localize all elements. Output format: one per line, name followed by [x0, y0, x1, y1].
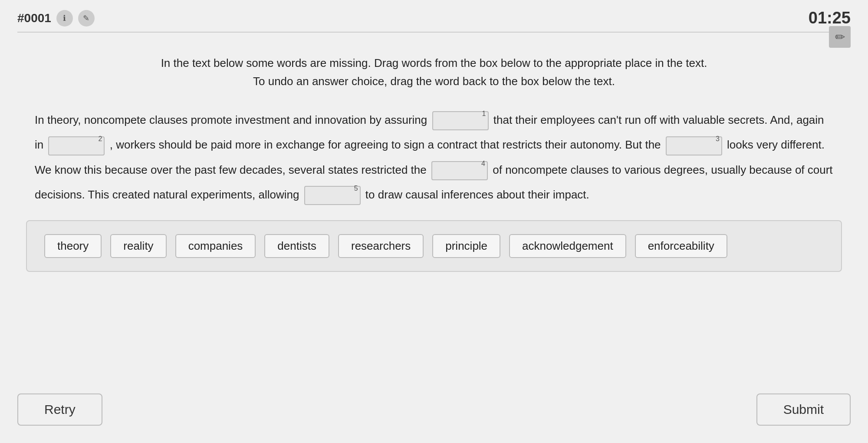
instructions: In the text below some words are missing…	[87, 54, 781, 90]
word-chip-acknowledgement[interactable]: acknowledgement	[509, 234, 626, 258]
blank-3-number: 3	[716, 131, 720, 146]
info-button[interactable]: ℹ	[56, 10, 73, 26]
header: #0001 ℹ ✎ 01:25	[0, 0, 868, 32]
blank-3[interactable]: 3	[666, 136, 722, 155]
passage-prefix: In theory, noncompete clauses promote in…	[35, 113, 427, 126]
word-chip-researchers[interactable]: researchers	[338, 234, 424, 258]
word-bank: theory reality companies dentists resear…	[26, 220, 842, 272]
word-chip-reality[interactable]: reality	[110, 234, 166, 258]
instruction-line1: In the text below some words are missing…	[87, 54, 781, 73]
header-divider	[17, 32, 851, 33]
passage-part3: , workers should be paid more in exchang…	[110, 138, 661, 151]
info-icon: ℹ	[63, 13, 66, 23]
pencil-icon-container: ✏	[829, 26, 851, 48]
edit-icon: ✎	[83, 13, 89, 23]
blank-5[interactable]: 5	[304, 186, 361, 205]
instruction-line2: To undo an answer choice, drag the word …	[87, 73, 781, 91]
header-left: #0001 ℹ ✎	[17, 10, 95, 26]
question-id: #0001	[17, 11, 51, 25]
timer: 01:25	[809, 9, 851, 27]
word-chip-enforceability[interactable]: enforceability	[635, 234, 727, 258]
word-chip-theory[interactable]: theory	[44, 234, 102, 258]
blank-4-number: 4	[481, 156, 485, 171]
pencil-icon: ✏	[829, 26, 851, 48]
submit-button[interactable]: Submit	[756, 393, 851, 426]
blank-2[interactable]: 2	[48, 136, 105, 155]
blank-1[interactable]: 1	[432, 111, 489, 130]
edit-button[interactable]: ✎	[78, 10, 95, 26]
blank-5-number: 5	[354, 181, 358, 196]
word-chip-dentists[interactable]: dentists	[264, 234, 329, 258]
blank-1-number: 1	[482, 106, 486, 121]
word-chip-companies[interactable]: companies	[175, 234, 256, 258]
passage-part6: to draw causal inferences about their im…	[365, 188, 589, 201]
word-chip-principle[interactable]: principle	[432, 234, 500, 258]
retry-button[interactable]: Retry	[17, 393, 102, 426]
blank-2-number: 2	[99, 131, 102, 146]
passage: In theory, noncompete clauses promote in…	[35, 108, 833, 207]
bottom-bar: Retry Submit	[17, 393, 851, 426]
blank-4[interactable]: 4	[431, 161, 488, 180]
